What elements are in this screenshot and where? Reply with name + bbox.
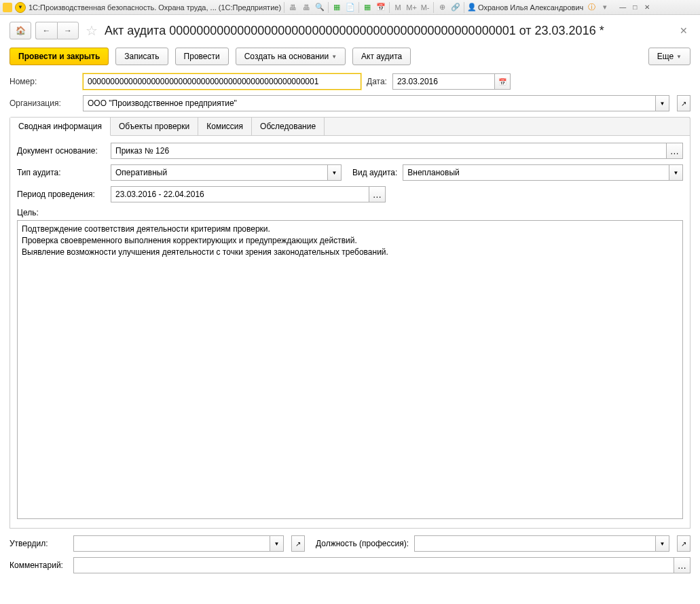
basis-input[interactable] <box>111 143 667 159</box>
audit-kind-input[interactable] <box>403 164 669 181</box>
close-icon[interactable]: ✕ <box>642 3 652 12</box>
comment-input[interactable] <box>73 557 674 573</box>
org-input[interactable] <box>83 95 656 111</box>
more-button[interactable]: Еще▼ <box>648 48 690 65</box>
audit-type-dd-button[interactable]: ▼ <box>328 164 342 181</box>
calc-icon[interactable]: ▦ <box>331 2 342 13</box>
audit-type-label: Тип аудита: <box>17 168 105 177</box>
date-input[interactable] <box>392 73 494 90</box>
number-input[interactable] <box>83 73 361 90</box>
basis-dots-button[interactable]: … <box>667 143 683 159</box>
audit-kind-label: Вид аудита: <box>352 168 397 177</box>
goal-label: Цель: <box>17 208 683 217</box>
org-select-button[interactable]: ▼ <box>656 95 669 111</box>
favorite-icon[interactable]: ☆ <box>86 22 98 39</box>
number-label: Номер: <box>10 77 77 86</box>
page-title: Акт аудита 00000000000000000000000000000… <box>105 24 673 38</box>
report-icon[interactable]: 📄 <box>345 2 356 13</box>
calendar-icon[interactable]: 📅 <box>375 2 386 13</box>
audit-type-input[interactable] <box>111 164 328 181</box>
position-dd-button[interactable]: ▼ <box>656 535 669 552</box>
app-title: 1С:Производственная безопасность. Охрана… <box>29 3 281 12</box>
navbar: 🏠 ← → ☆ Акт аудита 000000000000000000000… <box>10 22 690 39</box>
tab-summary[interactable]: Сводная информация <box>10 118 111 136</box>
zoom-icon[interactable]: ⊕ <box>437 2 447 13</box>
approved-dd-button[interactable]: ▼ <box>270 535 284 552</box>
m-minus-icon[interactable]: M- <box>420 2 430 13</box>
post-and-close-button[interactable]: Провести и закрыть <box>10 48 109 65</box>
minimize-icon[interactable]: — <box>617 3 628 12</box>
basis-label: Документ основание: <box>17 146 105 156</box>
period-dots-button[interactable]: … <box>369 186 386 202</box>
audit-kind-dd-button[interactable]: ▼ <box>669 164 683 181</box>
approved-label: Утвердил: <box>10 539 68 548</box>
comment-dots-button[interactable]: … <box>674 557 690 573</box>
tab-commission[interactable]: Комиссия <box>198 118 252 135</box>
print2-icon[interactable]: 🖶 <box>301 2 312 13</box>
info-icon[interactable]: ⓘ <box>586 2 597 13</box>
maximize-icon[interactable]: □ <box>629 3 640 12</box>
goal-textarea[interactable] <box>17 220 683 519</box>
period-input[interactable] <box>111 186 369 202</box>
tab-survey[interactable]: Обследование <box>252 118 325 135</box>
app-logo-icon <box>3 3 12 12</box>
back-button[interactable]: ← <box>35 22 57 39</box>
preview-icon[interactable]: 🔍 <box>314 2 325 13</box>
position-input[interactable] <box>414 535 656 552</box>
caret-down-icon: ▼ <box>676 54 682 60</box>
position-open-button[interactable]: ↗ <box>677 535 690 552</box>
approved-open-button[interactable]: ↗ <box>291 535 305 552</box>
user-label[interactable]: 👤Охранов Илья Александрович <box>467 3 583 12</box>
calendar-button[interactable]: 📅 <box>494 73 511 90</box>
user-icon: 👤 <box>467 3 477 12</box>
info-dd-icon[interactable]: ▾ <box>600 2 610 13</box>
titlebar: ▼ 1С:Производственная безопасность. Охра… <box>0 0 700 15</box>
approved-input[interactable] <box>73 535 270 552</box>
tabs: Сводная информация Объекты проверки Коми… <box>10 117 690 135</box>
link-icon[interactable]: 🔗 <box>450 2 461 13</box>
home-button[interactable]: 🏠 <box>10 22 31 39</box>
position-label: Должность (профессия): <box>316 539 409 548</box>
forward-button[interactable]: → <box>57 22 79 39</box>
date-label: Дата: <box>367 77 387 86</box>
print-icon[interactable]: 🖶 <box>287 2 298 13</box>
org-label: Организация: <box>10 99 77 108</box>
audit-act-button[interactable]: Акт аудита <box>352 48 411 65</box>
toolbar: Провести и закрыть Записать Провести Соз… <box>10 48 690 65</box>
tab-objects[interactable]: Объекты проверки <box>111 118 198 135</box>
org-open-button[interactable]: ↗ <box>677 95 690 111</box>
caret-down-icon: ▼ <box>331 54 337 60</box>
grid-icon[interactable]: ▦ <box>362 2 373 13</box>
save-button[interactable]: Записать <box>115 48 168 65</box>
create-based-button[interactable]: Создать на основании▼ <box>236 48 346 65</box>
m-icon[interactable]: M <box>392 2 403 13</box>
dropdown-icon[interactable]: ▼ <box>15 2 26 13</box>
post-button[interactable]: Провести <box>175 48 229 65</box>
m-plus-icon[interactable]: M+ <box>406 2 417 13</box>
close-page-icon[interactable]: ✕ <box>677 25 690 36</box>
tab-body-summary: Документ основание: … Тип аудита: ▼ Вид … <box>10 135 690 529</box>
comment-label: Комментарий: <box>10 561 68 570</box>
period-label: Период проведения: <box>17 190 105 199</box>
